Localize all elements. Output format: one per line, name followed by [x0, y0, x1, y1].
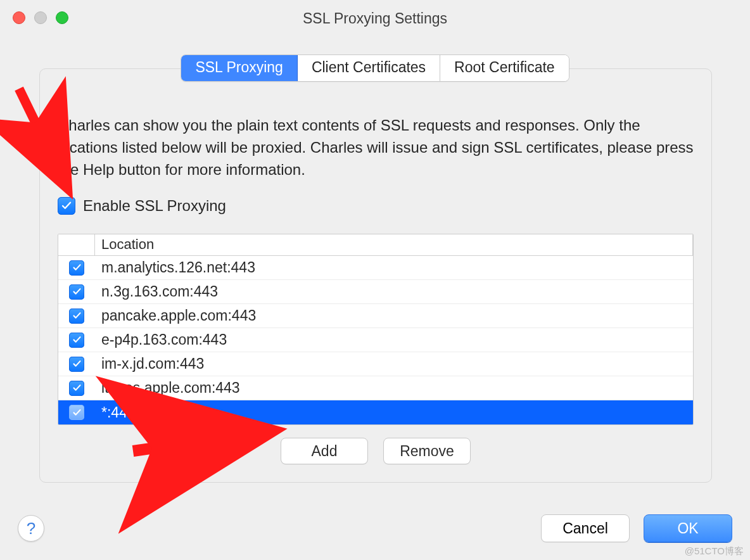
row-checkbox[interactable] — [69, 357, 84, 372]
enable-ssl-proxying-label: Enable SSL Proxying — [83, 197, 226, 215]
close-window-button[interactable] — [13, 11, 25, 24]
cancel-button[interactable]: Cancel — [541, 514, 630, 542]
ok-button[interactable]: OK — [644, 514, 732, 542]
row-location: m.analytics.126.net:443 — [95, 259, 693, 276]
enable-ssl-proxying-checkbox[interactable] — [58, 197, 75, 215]
table-buttons: Add Remove — [58, 438, 694, 464]
checkmark-icon — [72, 335, 82, 345]
row-checkbox-cell — [58, 405, 95, 420]
table-row[interactable]: im-x.jd.com:443 — [58, 352, 693, 376]
window-title: SSL Proxying Settings — [303, 10, 447, 27]
tab-ssl-proxying[interactable]: SSL Proxying — [181, 55, 298, 81]
row-checkbox-cell — [58, 357, 95, 372]
table-row[interactable]: *:443 — [58, 400, 693, 424]
table-row[interactable]: itunes.apple.com:443 — [58, 376, 693, 400]
checkmark-icon — [72, 287, 82, 296]
row-location: e-p4p.163.com:443 — [95, 331, 693, 348]
table-row[interactable]: m.analytics.126.net:443 — [58, 256, 693, 280]
table-row[interactable]: pancake.apple.com:443 — [58, 304, 693, 328]
tab-root-certificate[interactable]: Root Certificate — [440, 55, 569, 81]
window-controls — [13, 11, 68, 24]
remove-button[interactable]: Remove — [383, 438, 471, 464]
row-checkbox[interactable] — [69, 405, 84, 420]
row-location: itunes.apple.com:443 — [95, 379, 693, 397]
checkmark-icon — [61, 200, 72, 212]
enable-ssl-proxying-row: Enable SSL Proxying — [58, 197, 694, 215]
row-location: *:443 — [95, 404, 693, 421]
locations-header: Location — [58, 234, 693, 256]
row-location: n.3g.163.com:443 — [95, 283, 693, 300]
table-row[interactable]: n.3g.163.com:443 — [58, 280, 693, 304]
tabs: SSL Proxying Client Certificates Root Ce… — [0, 54, 750, 82]
row-checkbox[interactable] — [69, 333, 84, 348]
row-checkbox-cell — [58, 333, 95, 348]
locations-header-location[interactable]: Location — [95, 234, 693, 255]
locations-header-checkbox-col — [58, 234, 95, 255]
row-location: pancake.apple.com:443 — [95, 307, 693, 324]
description-text: Charles can show you the plain text cont… — [58, 115, 694, 181]
row-checkbox-cell — [58, 381, 95, 396]
checkmark-icon — [72, 263, 82, 272]
add-button[interactable]: Add — [281, 438, 368, 464]
checkmark-icon — [72, 311, 82, 321]
table-row[interactable]: e-p4p.163.com:443 — [58, 328, 693, 352]
row-location: im-x.jd.com:443 — [95, 355, 693, 372]
row-checkbox-cell — [58, 284, 95, 300]
checkmark-icon — [72, 408, 82, 417]
settings-group: Charles can show you the plain text cont… — [39, 68, 712, 483]
minimize-window-button[interactable] — [34, 11, 47, 24]
row-checkbox[interactable] — [69, 309, 84, 324]
titlebar: SSL Proxying Settings — [0, 0, 750, 37]
row-checkbox[interactable] — [69, 381, 84, 396]
segmented-control: SSL Proxying Client Certificates Root Ce… — [181, 54, 569, 82]
maximize-window-button[interactable] — [56, 11, 68, 24]
checkmark-icon — [72, 359, 82, 369]
row-checkbox[interactable] — [69, 260, 84, 276]
row-checkbox-cell — [58, 309, 95, 324]
help-button[interactable]: ? — [18, 515, 44, 542]
bottom-bar: ? Cancel OK — [0, 509, 750, 547]
locations-table: Location m.analytics.126.net:443n.3g.163… — [58, 234, 694, 425]
watermark: @51CTO博客 — [685, 545, 744, 557]
row-checkbox[interactable] — [69, 284, 84, 300]
row-checkbox-cell — [58, 260, 95, 276]
checkmark-icon — [72, 383, 82, 393]
tab-client-certificates[interactable]: Client Certificates — [298, 55, 440, 81]
locations-body: m.analytics.126.net:443n.3g.163.com:443p… — [58, 256, 693, 424]
